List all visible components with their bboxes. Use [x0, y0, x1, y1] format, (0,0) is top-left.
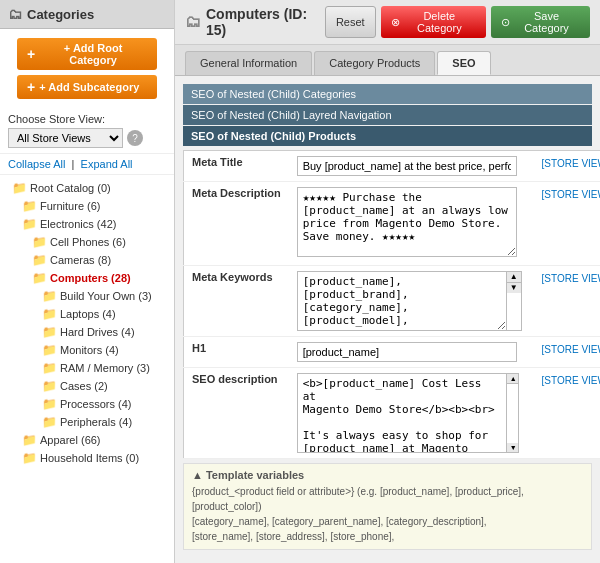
folder-icon: 📁 [42, 307, 57, 321]
meta-title-store-view: [STORE VIEW] [530, 151, 600, 182]
seo-nested-layered: SEO of Nested (Child) Layred Navigation [183, 105, 592, 125]
tree-item-cameras[interactable]: 📁 Cameras (8) [0, 251, 174, 269]
tree-item-build-your-own[interactable]: 📁 Build Your Own (3) [0, 287, 174, 305]
seo-nested-categories: SEO of Nested (Child) Categories [183, 84, 592, 104]
tree-item-root[interactable]: 📁 Root Catalog (0) [0, 179, 174, 197]
folder-icon: 📁 [22, 217, 37, 231]
sidebar-title: Categories [27, 7, 94, 22]
store-view-label: Choose Store View: [8, 113, 166, 125]
save-icon: ⊙ [501, 16, 510, 29]
h1-store-view-link[interactable]: [STORE VIEW] [538, 344, 600, 355]
add-subcategory-button[interactable]: + + Add Subcategory [17, 75, 157, 99]
template-vars-section: ▲ Template variables {product_<product f… [183, 463, 592, 550]
tree-item-furniture[interactable]: 📁 Furniture (6) [0, 197, 174, 215]
tab-products[interactable]: Category Products [314, 51, 435, 75]
tree-item-hard-drives[interactable]: 📁 Hard Drives (4) [0, 323, 174, 341]
meta-desc-input-cell: ★★★★★ Purchase the [product_name] at an … [289, 182, 530, 266]
seo-desc-label: SEO description [184, 368, 289, 459]
seo-desc-store-view: [STORE VIEW] [530, 368, 600, 459]
category-icon: 🗂 [185, 13, 201, 31]
tree-item-electronics[interactable]: 📁 Electronics (42) [0, 215, 174, 233]
meta-desc-store-view: [STORE VIEW] [530, 182, 600, 266]
tree-item-computers[interactable]: 📁 Computers (28) [0, 269, 174, 287]
reset-button[interactable]: Reset [325, 6, 376, 38]
meta-title-input-cell [289, 151, 530, 182]
seo-desc-scroll-up[interactable]: ▲ [507, 374, 518, 384]
seo-form: Meta Title [STORE VIEW] Meta Description… [183, 150, 600, 459]
seo-desc-textarea[interactable]: <b>[product_name] Cost Less at Magento D… [297, 373, 507, 453]
folder-icon: 📁 [42, 415, 57, 429]
tree-item-apparel[interactable]: 📁 Apparel (66) [0, 431, 174, 449]
sidebar: 🗂 Categories + + Add Root Category + + A… [0, 0, 175, 563]
collapse-all-link[interactable]: Collapse All [8, 158, 65, 170]
seo-nested-products: SEO of Nested (Child) Products [183, 126, 592, 146]
seo-desc-scroll-down[interactable]: ▼ [507, 443, 518, 452]
folder-icon: 📁 [32, 271, 47, 285]
folder-icon: 📁 [32, 235, 47, 249]
add-root-category-button[interactable]: + + Add Root Category [17, 38, 157, 70]
meta-keywords-textarea[interactable]: [product_name], [product_brand], [catego… [297, 271, 507, 331]
sidebar-header: 🗂 Categories [0, 0, 174, 29]
meta-title-store-view-link[interactable]: [STORE VIEW] [538, 158, 600, 169]
meta-title-input[interactable] [297, 156, 517, 176]
tree-item-peripherals[interactable]: 📁 Peripherals (4) [0, 413, 174, 431]
plus-icon-2: + [27, 79, 35, 95]
store-view-select[interactable]: All Store Views [8, 128, 123, 148]
folder-icon: 📁 [42, 379, 57, 393]
category-tree: 📁 Root Catalog (0) 📁 Furniture (6) 📁 Ele… [0, 175, 174, 471]
tab-seo[interactable]: SEO [437, 51, 490, 75]
h1-store-view: [STORE VIEW] [530, 337, 600, 368]
folder-icon: 📁 [42, 343, 57, 357]
delete-icon: ⊗ [391, 16, 400, 29]
meta-keywords-row: Meta Keywords [product_name], [product_b… [184, 266, 601, 337]
tab-bar: General Information Category Products SE… [175, 45, 600, 76]
meta-title-label: Meta Title [184, 151, 289, 182]
h1-input[interactable] [297, 342, 517, 362]
folder-icon: 📁 [12, 181, 27, 195]
tree-item-cases[interactable]: 📁 Cases (2) [0, 377, 174, 395]
tree-item-cell-phones[interactable]: 📁 Cell Phones (6) [0, 233, 174, 251]
h1-row: H1 [STORE VIEW] [184, 337, 601, 368]
meta-desc-row: Meta Description ★★★★★ Purchase the [pro… [184, 182, 601, 266]
delete-category-button[interactable]: ⊗ Delete Category [381, 6, 486, 38]
main-content: 🗂 Computers (ID: 15) Reset ⊗ Delete Cate… [175, 0, 600, 563]
plus-icon: + [27, 46, 35, 62]
keywords-scroll-down[interactable]: ▼ [507, 283, 521, 293]
template-vars-content: {product_<product field or attribute>} (… [192, 484, 583, 544]
folder-icon: 📁 [22, 199, 37, 213]
meta-desc-store-view-link[interactable]: [STORE VIEW] [538, 189, 600, 200]
folder-icon: 📁 [22, 451, 37, 465]
tree-item-household[interactable]: 📁 Household Items (0) [0, 449, 174, 467]
tree-item-monitors[interactable]: 📁 Monitors (4) [0, 341, 174, 359]
help-icon[interactable]: ? [127, 130, 143, 146]
meta-title-row: Meta Title [STORE VIEW] [184, 151, 601, 182]
tree-item-processors[interactable]: 📁 Processors (4) [0, 395, 174, 413]
meta-keywords-input-cell: [product_name], [product_brand], [catego… [289, 266, 530, 337]
folder-icon: 📁 [22, 433, 37, 447]
categories-icon: 🗂 [8, 6, 22, 22]
collapse-expand-row: Collapse All | Expand All [0, 154, 174, 175]
seo-desc-row: SEO description <b>[product_name] Cost L… [184, 368, 601, 459]
folder-icon: 📁 [42, 361, 57, 375]
folder-icon: 📁 [32, 253, 47, 267]
meta-keywords-store-view-link[interactable]: [STORE VIEW] [538, 273, 600, 284]
h1-input-cell [289, 337, 530, 368]
tab-general[interactable]: General Information [185, 51, 312, 75]
tree-item-laptops[interactable]: 📁 Laptops (4) [0, 305, 174, 323]
meta-keywords-label: Meta Keywords [184, 266, 289, 337]
seo-desc-input-cell: <b>[product_name] Cost Less at Magento D… [289, 368, 530, 459]
tree-item-ram[interactable]: 📁 RAM / Memory (3) [0, 359, 174, 377]
folder-icon: 📁 [42, 289, 57, 303]
seo-content: SEO of Nested (Child) Categories SEO of … [175, 76, 600, 558]
header-buttons: Reset ⊗ Delete Category ⊙ Save Category [325, 6, 590, 38]
meta-desc-label: Meta Description [184, 182, 289, 266]
save-category-button[interactable]: ⊙ Save Category [491, 6, 590, 38]
keywords-scroll-up[interactable]: ▲ [507, 272, 521, 283]
folder-icon: 📁 [42, 397, 57, 411]
meta-keywords-store-view: [STORE VIEW] [530, 266, 600, 337]
expand-all-link[interactable]: Expand All [81, 158, 133, 170]
seo-desc-store-view-link[interactable]: [STORE VIEW] [538, 375, 600, 386]
h1-label: H1 [184, 337, 289, 368]
page-title: 🗂 Computers (ID: 15) [185, 6, 325, 38]
meta-desc-textarea[interactable]: ★★★★★ Purchase the [product_name] at an … [297, 187, 517, 257]
